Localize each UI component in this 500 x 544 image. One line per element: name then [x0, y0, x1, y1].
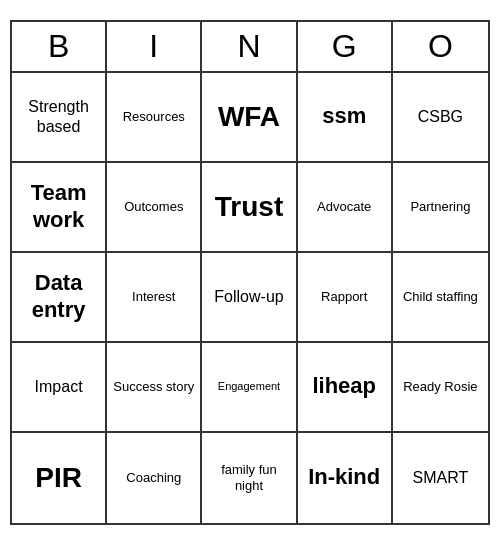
cell-text: Advocate	[317, 199, 371, 215]
bingo-cell: PIR	[12, 433, 107, 523]
cell-text: Data entry	[16, 270, 101, 323]
cell-text: PIR	[35, 461, 82, 495]
header-letter-N: N	[202, 22, 297, 71]
cell-text: Resources	[123, 109, 185, 125]
cell-text: WFA	[218, 100, 280, 134]
bingo-cell: Resources	[107, 73, 202, 163]
bingo-cell: Strength based	[12, 73, 107, 163]
cell-text: Strength based	[16, 97, 101, 135]
bingo-cell: ssm	[298, 73, 393, 163]
bingo-cell: Follow-up	[202, 253, 297, 343]
cell-text: Outcomes	[124, 199, 183, 215]
bingo-cell: CSBG	[393, 73, 488, 163]
header-letter-I: I	[107, 22, 202, 71]
cell-text: liheap	[312, 373, 376, 399]
bingo-cell: Trust	[202, 163, 297, 253]
bingo-cell: In-kind	[298, 433, 393, 523]
bingo-cell: family fun night	[202, 433, 297, 523]
bingo-cell: Advocate	[298, 163, 393, 253]
bingo-cell: Interest	[107, 253, 202, 343]
cell-text: Impact	[35, 377, 83, 396]
cell-text: Ready Rosie	[403, 379, 477, 395]
cell-text: Engagement	[218, 380, 280, 393]
bingo-cell: SMART	[393, 433, 488, 523]
cell-text: CSBG	[418, 107, 463, 126]
bingo-cell: Rapport	[298, 253, 393, 343]
bingo-cell: Child staffing	[393, 253, 488, 343]
bingo-cell: Coaching	[107, 433, 202, 523]
cell-text: Follow-up	[214, 287, 283, 306]
header-letter-O: O	[393, 22, 488, 71]
header-letter-G: G	[298, 22, 393, 71]
cell-text: Partnering	[410, 199, 470, 215]
header-letter-B: B	[12, 22, 107, 71]
bingo-cell: Partnering	[393, 163, 488, 253]
bingo-card: BINGO Strength basedResourcesWFAssmCSBGT…	[10, 20, 490, 525]
cell-text: Team work	[16, 180, 101, 233]
cell-text: Interest	[132, 289, 175, 305]
cell-text: SMART	[413, 468, 469, 487]
bingo-cell: Impact	[12, 343, 107, 433]
bingo-cell: Outcomes	[107, 163, 202, 253]
bingo-cell: WFA	[202, 73, 297, 163]
bingo-cell: Team work	[12, 163, 107, 253]
cell-text: ssm	[322, 103, 366, 129]
cell-text: In-kind	[308, 464, 380, 490]
bingo-cell: Ready Rosie	[393, 343, 488, 433]
cell-text: Rapport	[321, 289, 367, 305]
cell-text: Child staffing	[403, 289, 478, 305]
cell-text: Coaching	[126, 470, 181, 486]
bingo-cell: liheap	[298, 343, 393, 433]
bingo-header: BINGO	[12, 22, 488, 73]
cell-text: Trust	[215, 190, 283, 224]
bingo-cell: Data entry	[12, 253, 107, 343]
bingo-grid: Strength basedResourcesWFAssmCSBGTeam wo…	[12, 73, 488, 523]
cell-text: family fun night	[206, 462, 291, 493]
bingo-cell: Engagement	[202, 343, 297, 433]
cell-text: Success story	[113, 379, 194, 395]
bingo-cell: Success story	[107, 343, 202, 433]
